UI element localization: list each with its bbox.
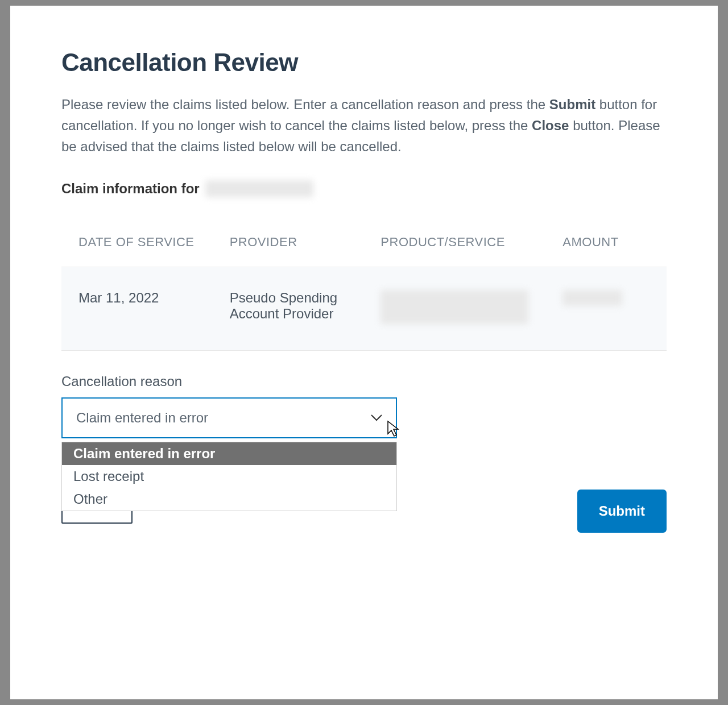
cell-product bbox=[363, 267, 545, 350]
chevron-down-icon bbox=[371, 414, 382, 421]
product-redacted bbox=[380, 290, 528, 324]
claim-info-row: Claim information for bbox=[61, 180, 667, 197]
modal-description: Please review the claims listed below. E… bbox=[61, 94, 667, 157]
claims-table: DATE OF SERVICE PROVIDER PRODUCT/SERVICE… bbox=[61, 226, 667, 351]
dropdown-option-other[interactable]: Other bbox=[62, 488, 396, 511]
table-row: Mar 11, 2022 Pseudo Spending Account Pro… bbox=[61, 267, 667, 350]
cancellation-reason-dropdown: Claim entered in error Lost receipt Othe… bbox=[61, 442, 397, 511]
cell-date: Mar 11, 2022 bbox=[61, 267, 213, 350]
description-strong-close: Close bbox=[532, 118, 569, 133]
cell-provider: Pseudo Spending Account Provider bbox=[213, 267, 364, 350]
cancellation-reason-select[interactable]: Claim entered in error bbox=[61, 397, 397, 438]
column-header-date: DATE OF SERVICE bbox=[61, 226, 213, 267]
modal-title: Cancellation Review bbox=[61, 48, 667, 77]
dropdown-option-claim-entered-in-error[interactable]: Claim entered in error bbox=[62, 442, 396, 465]
claim-info-label: Claim information for bbox=[61, 181, 200, 197]
dropdown-option-lost-receipt[interactable]: Lost receipt bbox=[62, 465, 396, 488]
cell-amount bbox=[545, 267, 667, 350]
cursor-icon bbox=[387, 420, 402, 441]
description-strong-submit: Submit bbox=[549, 97, 595, 112]
column-header-amount: AMOUNT bbox=[545, 226, 667, 267]
description-text-1: Please review the claims listed below. E… bbox=[61, 97, 549, 112]
submit-button[interactable]: Submit bbox=[577, 490, 667, 533]
column-header-product: PRODUCT/SERVICE bbox=[363, 226, 545, 267]
cancellation-reason-label: Cancellation reason bbox=[61, 374, 667, 389]
amount-redacted bbox=[562, 290, 622, 306]
select-value: Claim entered in error bbox=[76, 410, 208, 426]
column-header-provider: PROVIDER bbox=[213, 226, 364, 267]
claimant-name-redacted bbox=[205, 180, 313, 197]
cancellation-review-modal: Cancellation Review Please review the cl… bbox=[10, 6, 718, 699]
